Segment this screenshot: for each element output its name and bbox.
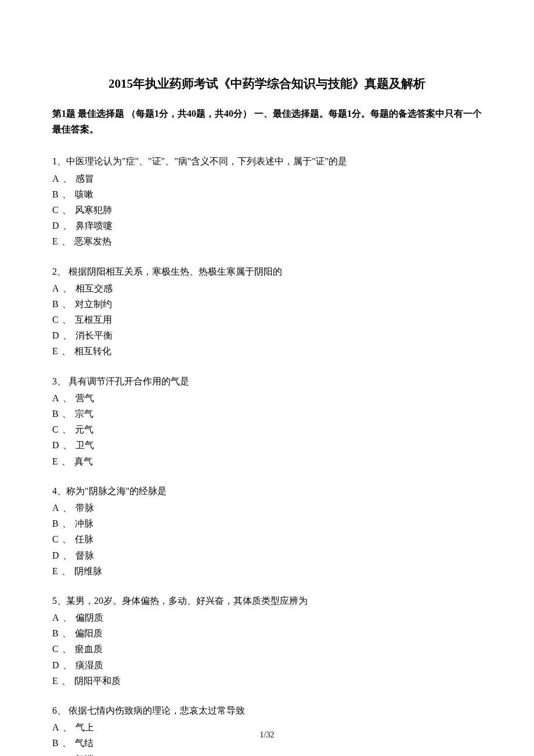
question-stem: 根据阴阳相互关系，寒极生热、热极生寒属于阴阳的 [66,267,282,276]
option-separator: 、 [60,754,74,756]
option-separator: 、 [60,644,74,654]
option-text: 真气 [74,456,93,466]
option-text: 偏阴质 [75,613,103,622]
option-letter: D [52,660,59,670]
option: B 、 对立制约 [52,296,482,312]
option: D 、 消长平衡 [52,327,482,343]
option-letter: D [52,550,59,560]
option: C 、 互根互用 [52,312,482,327]
option-letter: C [52,424,59,434]
option-letter: C [52,644,59,654]
option-letter: E [52,566,58,576]
option-letter: B [52,189,59,199]
option-text: 营气 [75,393,94,403]
option: A 、 感冒 [52,171,482,186]
option-letter: A [52,393,59,403]
option-separator: 、 [60,315,74,325]
option-letter: D [52,330,59,340]
page-number: 1/32 [0,730,534,740]
option: C 、 气消 [52,751,482,756]
option: B 、 宗气 [52,406,482,422]
section-header: 第1题 最佳选择题 （每题1分，共40题，共40分） 一、最佳选择题。每题1分。… [52,106,482,137]
option-letter: B [52,409,59,419]
question-text: 3、 具有调节汗孔开合作用的气是 [52,373,482,389]
question-text: 1、中医理论认为"症"、"证"、"病"含义不同，下列表述中，属于"证"的是 [52,153,482,169]
option: E 、 恶寒发热 [52,233,482,249]
question-stem: 具有调节汗孔开合作用的气是 [66,376,189,386]
option-letter: E [52,236,58,246]
section-label: 第1题 最佳选择题 [52,109,124,118]
question-number: 3、 [52,376,66,386]
option-separator: 、 [60,503,74,513]
option-text: 阴维脉 [74,566,102,576]
option-letter: C [52,534,59,544]
option: E 、 相互转化 [52,343,482,359]
option-separator: 、 [60,330,74,340]
question-stem: 中医理论认为"症"、"证"、"病"含义不同，下列表述中，属于"证"的是 [66,156,347,166]
question-block: 4、称为"阴脉之海"的经脉是A 、 带脉B 、 冲脉C 、 任脉D 、 督脉E … [52,483,482,579]
option-text: 相互交感 [75,283,113,293]
option-text: 互根互用 [75,315,112,325]
option-separator: 、 [59,236,73,246]
option-letter: B [52,628,59,638]
option: D 、 卫气 [52,437,482,453]
option-letter: A [52,283,59,293]
option: B 、 偏阳质 [52,625,482,641]
question-stem: 某男，20岁。身体偏热，多动、好兴奋，其体质类型应辨为 [66,596,308,606]
question-block: 2、 根据阴阳相互关系，寒极生热、热极生寒属于阴阳的A 、 相互交感B 、 对立… [52,264,482,359]
question-block: 3、 具有调节汗孔开合作用的气是A 、 营气B 、 宗气C 、 元气D 、 卫气… [52,373,482,469]
option-separator: 、 [59,346,73,356]
option-letter: C [52,754,59,756]
option: E 、 阴阳平和质 [52,673,482,689]
option-letter: B [52,519,59,528]
option: D 、 督脉 [52,548,482,563]
option-text: 元气 [75,424,93,434]
question-number: 5、 [52,596,66,606]
option-letter: A [52,174,59,183]
option-text: 瘀血质 [75,644,103,654]
option-text: 偏阳质 [75,628,103,638]
option-separator: 、 [60,174,74,183]
option-text: 气消 [75,754,93,756]
question-number: 1、 [52,156,66,166]
option-separator: 、 [60,221,74,231]
question-text: 2、 根据阴阳相互关系，寒极生热、热极生寒属于阴阳的 [52,264,482,279]
option-separator: 、 [60,283,74,293]
option-text: 冲脉 [75,519,93,528]
question-text: 6、 依据七情内伤致病的理论，悲哀太过常导致 [52,703,482,718]
option-letter: D [52,221,59,231]
option-separator: 、 [59,676,73,686]
option-separator: 、 [60,550,74,560]
question-block: 5、某男，20岁。身体偏热，多动、好兴奋，其体质类型应辨为A 、 偏阴质B 、 … [52,593,482,689]
option-text: 风寒犯肺 [75,205,112,215]
question-block: 1、中医理论认为"症"、"证"、"病"含义不同，下列表述中，属于"证"的是A 、… [52,153,482,249]
option-text: 对立制约 [75,299,112,309]
option-separator: 、 [60,299,74,309]
question-number: 6、 [52,705,66,715]
option-separator: 、 [60,393,74,403]
option-separator: 、 [60,205,74,215]
option-separator: 、 [60,519,74,528]
option-separator: 、 [60,628,74,638]
option-letter: C [52,315,59,325]
option: A 、 带脉 [52,500,482,516]
question-number: 4、 [52,486,66,496]
option-text: 恶寒发热 [74,236,111,246]
option-text: 咳嗽 [75,189,93,199]
option-text: 阴阳平和质 [74,676,121,686]
option-separator: 、 [60,660,74,670]
option-letter: B [52,299,59,309]
option: A 、 营气 [52,390,482,406]
option-letter: E [52,676,58,686]
option-separator: 、 [60,409,74,419]
option-text: 痰湿质 [75,660,103,670]
page-title: 2015年执业药师考试《中药学综合知识与技能》真题及解析 [52,75,482,92]
option: E 、 真气 [52,453,482,469]
question-stem: 称为"阴脉之海"的经脉是 [66,486,167,496]
option-letter: C [52,205,59,215]
question-block: 6、 依据七情内伤致病的理论，悲哀太过常导致A 、 气上B 、 气结C 、 气消… [52,703,482,756]
option-separator: 、 [60,534,74,544]
option-text: 消长平衡 [75,330,113,340]
option-separator: 、 [60,440,74,450]
question-text: 5、某男，20岁。身体偏热，多动、好兴奋，其体质类型应辨为 [52,593,482,609]
